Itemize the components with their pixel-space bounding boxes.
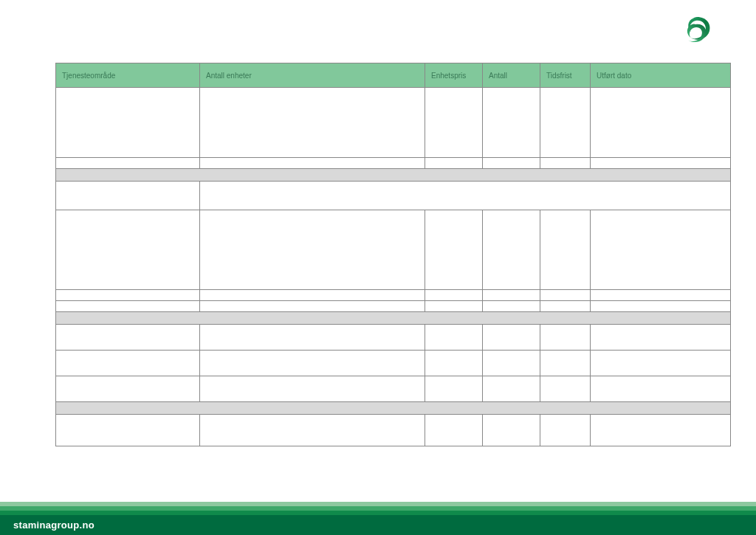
- section-row: [56, 169, 731, 182]
- table-row: [56, 351, 731, 376]
- header-col4: Antall: [483, 63, 540, 88]
- table-header: Tjenesteområde Antall enheter Enhetspris…: [56, 63, 731, 88]
- header-col1: Tjenesteområde: [56, 63, 200, 88]
- table-row: [56, 158, 731, 169]
- stamina-logo: [678, 13, 715, 50]
- footer: staminagroup.no: [0, 502, 756, 535]
- table-row: [56, 301, 731, 312]
- header-col6: Utført dato: [591, 63, 731, 88]
- table-row: [56, 325, 731, 351]
- footer-bar: staminagroup.no: [0, 515, 756, 535]
- table-row: [56, 88, 731, 158]
- table-row: [56, 290, 731, 301]
- table-row: [56, 376, 731, 402]
- section-row: [56, 312, 731, 325]
- header-col3: Enhetspris: [425, 63, 483, 88]
- table-row: [56, 415, 731, 446]
- main-table: Tjenesteområde Antall enheter Enhetspris…: [55, 63, 731, 446]
- page: Tjenesteområde Antall enheter Enhetspris…: [0, 0, 756, 535]
- table-row: [56, 210, 731, 290]
- main-table-container: Tjenesteområde Antall enheter Enhetspris…: [55, 63, 731, 446]
- footer-stripes: [0, 502, 756, 515]
- section-row: [56, 402, 731, 415]
- table-row: [56, 182, 731, 210]
- header-col5: Tidsfrist: [540, 63, 591, 88]
- footer-site-text: staminagroup.no: [13, 520, 94, 531]
- header-col2: Antall enheter: [200, 63, 425, 88]
